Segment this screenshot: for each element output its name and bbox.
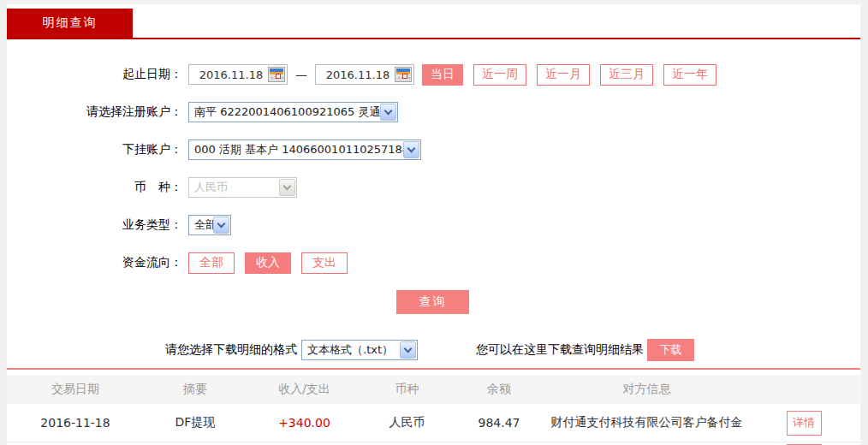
calendar-icon-mark bbox=[402, 74, 407, 79]
header-balance: 余额 bbox=[452, 382, 546, 397]
tab-detail-query[interactable]: 明细查询 bbox=[7, 9, 133, 38]
download-hint: 您可以在这里下载查询明细结果 bbox=[476, 342, 644, 358]
detail-button[interactable]: 详情 bbox=[787, 411, 822, 436]
business-type-row: 业务类型： 全部 bbox=[7, 215, 860, 235]
quick-range-quarter-button[interactable]: 近三月 bbox=[600, 64, 653, 86]
cell-summary: DF提现 bbox=[144, 415, 247, 430]
date-range-separator: — bbox=[295, 68, 307, 81]
fund-flow-expense-button[interactable]: 支出 bbox=[301, 252, 348, 274]
register-account-select[interactable]: 南平 6222001406100921065 灵通卡 bbox=[188, 102, 398, 122]
currency-row: 币 种： 人民币 bbox=[7, 177, 860, 198]
chevron-down-icon[interactable] bbox=[403, 141, 419, 158]
sub-account-select[interactable]: 000 活期 基本户 1406600101102571848 bbox=[188, 139, 421, 160]
currency-value: 人民币 bbox=[190, 180, 232, 195]
query-button[interactable]: 查询 bbox=[396, 290, 469, 314]
business-type-value: 全部 bbox=[190, 217, 213, 233]
header-summary: 摘要 bbox=[144, 382, 247, 397]
calendar-icon[interactable] bbox=[395, 67, 412, 82]
table-row: 2016-11-18 DF提现 +340.00 人民币 984.47 财付通支付… bbox=[7, 404, 860, 442]
chevron-down-icon[interactable] bbox=[400, 341, 416, 359]
sub-account-value: 000 活期 基本户 1406600101102571848 bbox=[190, 142, 403, 157]
cell-currency: 人民币 bbox=[362, 415, 452, 430]
quick-range-month-button[interactable]: 近一月 bbox=[537, 64, 590, 86]
end-date-value: 2016.11.18 bbox=[321, 68, 395, 81]
business-type-label: 业务类型： bbox=[7, 217, 182, 233]
fund-flow-income-button[interactable]: 收入 bbox=[245, 252, 291, 274]
chevron-down-icon[interactable] bbox=[380, 104, 396, 121]
register-account-label: 请选择注册账户： bbox=[7, 104, 182, 120]
currency-select: 人民币 bbox=[188, 177, 297, 198]
register-account-value: 南平 6222001406100921065 灵通卡 bbox=[190, 104, 380, 120]
cell-amount: +340.00 bbox=[247, 416, 362, 430]
cell-counterparty: 财付通支付科技有限公司客户备付金 bbox=[546, 415, 747, 430]
download-format-label: 请您选择下载明细的格式 bbox=[165, 342, 297, 358]
download-format-select[interactable]: 文本格式（.txt） bbox=[301, 340, 418, 360]
end-date-input[interactable]: 2016.11.18 bbox=[315, 64, 414, 85]
query-form: 起止日期： 2016.11.18 — 2016.11.18 bbox=[7, 39, 860, 361]
cell-action: 详情 bbox=[747, 411, 860, 436]
chevron-down-icon bbox=[279, 179, 295, 196]
quick-range-today-button[interactable]: 当日 bbox=[422, 64, 463, 86]
download-row: 请您选择下载明细的格式 文本格式（.txt） 您可以在这里下载查询明细结果 下载 bbox=[7, 339, 860, 361]
start-date-input[interactable]: 2016.11.18 bbox=[188, 64, 288, 85]
fund-flow-all-button[interactable]: 全部 bbox=[188, 252, 235, 274]
date-range-row: 起止日期： 2016.11.18 — 2016.11.18 bbox=[7, 64, 860, 85]
cell-trade-date: 2016-11-18 bbox=[7, 416, 144, 430]
register-account-row: 请选择注册账户： 南平 6222001406100921065 灵通卡 bbox=[7, 102, 860, 122]
header-income-expense: 收入/支出 bbox=[247, 382, 362, 397]
table-header: 交易日期 摘要 收入/支出 币种 余额 对方信息 bbox=[7, 375, 860, 404]
fund-flow-row: 资金流向： 全部 收入 支出 bbox=[7, 252, 860, 273]
sub-account-row: 下挂账户： 000 活期 基本户 1406600101102571848 bbox=[7, 139, 860, 160]
date-range-label: 起止日期： bbox=[7, 67, 182, 82]
start-date-value: 2016.11.18 bbox=[194, 68, 268, 81]
table-separator bbox=[7, 368, 860, 370]
download-format-value: 文本格式（.txt） bbox=[303, 342, 397, 358]
quick-range-week-button[interactable]: 近一周 bbox=[473, 64, 526, 86]
header-trade-date: 交易日期 bbox=[7, 382, 144, 397]
fund-flow-label: 资金流向： bbox=[7, 255, 182, 270]
sub-account-label: 下挂账户： bbox=[7, 142, 182, 157]
header-currency: 币种 bbox=[362, 382, 452, 397]
content-panel: 明细查询 起止日期： 2016.11.18 — 2016.11.18 bbox=[7, 4, 860, 445]
currency-label: 币 种： bbox=[7, 180, 182, 195]
calendar-icon[interactable] bbox=[268, 67, 285, 82]
header-counterparty: 对方信息 bbox=[546, 382, 747, 397]
download-button[interactable]: 下载 bbox=[647, 339, 694, 361]
cell-balance: 984.47 bbox=[452, 416, 546, 430]
tab-bar: 明细查询 bbox=[7, 4, 860, 39]
quick-range-year-button[interactable]: 近一年 bbox=[663, 64, 716, 86]
chevron-down-icon[interactable] bbox=[213, 217, 229, 234]
calendar-icon-mark bbox=[276, 74, 281, 79]
business-type-select[interactable]: 全部 bbox=[188, 215, 231, 235]
